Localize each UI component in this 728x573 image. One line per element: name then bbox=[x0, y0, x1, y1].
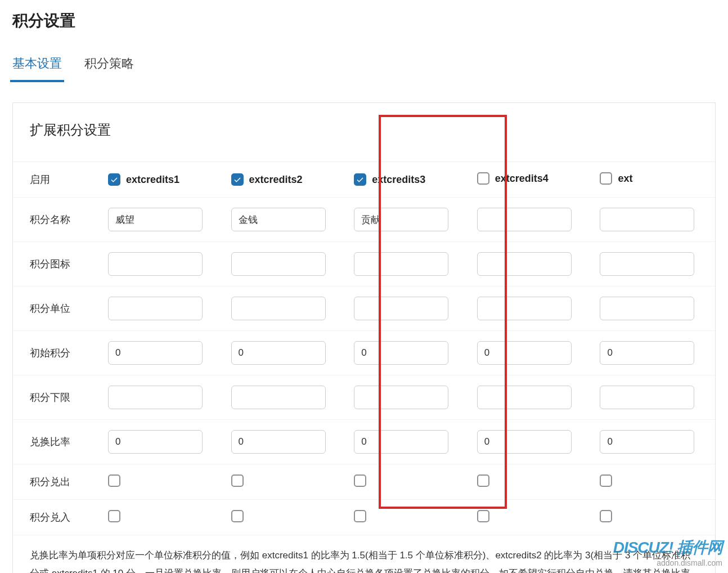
section-title: 扩展积分设置 bbox=[13, 103, 715, 162]
out-checkbox-c4[interactable] bbox=[477, 474, 489, 487]
enable-checkbox-c3[interactable] bbox=[354, 173, 366, 186]
tab-policy[interactable]: 积分策略 bbox=[84, 47, 134, 82]
name-input-c1[interactable] bbox=[108, 208, 203, 231]
settings-panel: 扩展积分设置 启用 extcredits1 extcredits2 bbox=[12, 102, 716, 573]
ratio-input-c4[interactable] bbox=[477, 430, 572, 454]
settings-table: 启用 extcredits1 extcredits2 bbox=[13, 162, 715, 535]
row-label-name: 积分名称 bbox=[13, 198, 100, 242]
column-header-c3: extcredits3 bbox=[372, 174, 425, 186]
lower-input-c1[interactable] bbox=[108, 386, 203, 409]
out-checkbox-c5[interactable] bbox=[600, 474, 612, 487]
row-label-out: 积分兑出 bbox=[13, 464, 100, 500]
page-title: 积分设置 bbox=[12, 10, 716, 32]
footnote-text: 兑换比率为单项积分对应一个单位标准积分的值，例如 extcredits1 的比率… bbox=[13, 535, 715, 573]
column-header-c1: extcredits1 bbox=[126, 174, 179, 186]
column-header-c2: extcredits2 bbox=[249, 174, 303, 186]
name-input-c5[interactable] bbox=[600, 208, 694, 231]
row-label-in: 积分兑入 bbox=[13, 500, 100, 535]
lower-input-c4[interactable] bbox=[477, 386, 572, 409]
unit-input-c3[interactable] bbox=[354, 297, 448, 320]
unit-input-c5[interactable] bbox=[600, 297, 694, 320]
out-checkbox-c1[interactable] bbox=[108, 474, 120, 487]
lower-input-c2[interactable] bbox=[231, 386, 326, 409]
tabs: 基本设置 积分策略 bbox=[12, 47, 716, 82]
initial-input-c4[interactable] bbox=[477, 341, 572, 365]
lower-input-c3[interactable] bbox=[354, 386, 448, 409]
row-label-initial: 初始积分 bbox=[13, 331, 100, 375]
unit-input-c1[interactable] bbox=[108, 297, 203, 320]
unit-input-c2[interactable] bbox=[231, 297, 326, 320]
in-checkbox-c4[interactable] bbox=[477, 510, 489, 522]
icon-input-c3[interactable] bbox=[354, 252, 448, 276]
ratio-input-c1[interactable] bbox=[108, 430, 203, 454]
ratio-input-c2[interactable] bbox=[231, 430, 326, 454]
row-label-ratio: 兑换比率 bbox=[13, 420, 100, 464]
in-checkbox-c1[interactable] bbox=[108, 510, 120, 522]
icon-input-c2[interactable] bbox=[231, 252, 326, 276]
enable-checkbox-c1[interactable] bbox=[108, 173, 120, 186]
column-header-c4: extcredits4 bbox=[495, 173, 549, 185]
initial-input-c3[interactable] bbox=[354, 341, 448, 365]
initial-input-c1[interactable] bbox=[108, 341, 203, 365]
icon-input-c4[interactable] bbox=[477, 252, 572, 276]
column-header-c5: ext bbox=[618, 173, 632, 185]
name-input-c3[interactable] bbox=[354, 208, 448, 231]
icon-input-c5[interactable] bbox=[600, 252, 694, 276]
name-input-c2[interactable] bbox=[231, 208, 326, 231]
initial-input-c2[interactable] bbox=[231, 341, 326, 365]
row-label-enable: 启用 bbox=[13, 162, 100, 198]
row-label-lower: 积分下限 bbox=[13, 375, 100, 420]
out-checkbox-c2[interactable] bbox=[231, 474, 244, 487]
ratio-input-c5[interactable] bbox=[600, 430, 694, 454]
in-checkbox-c3[interactable] bbox=[354, 510, 366, 522]
enable-checkbox-c5[interactable] bbox=[600, 172, 612, 185]
ratio-input-c3[interactable] bbox=[354, 430, 448, 454]
name-input-c4[interactable] bbox=[477, 208, 572, 231]
in-checkbox-c2[interactable] bbox=[231, 510, 244, 522]
unit-input-c4[interactable] bbox=[477, 297, 572, 320]
row-label-unit: 积分单位 bbox=[13, 286, 100, 331]
enable-checkbox-c4[interactable] bbox=[477, 172, 489, 185]
row-label-icon: 积分图标 bbox=[13, 242, 100, 286]
enable-checkbox-c2[interactable] bbox=[231, 173, 244, 186]
initial-input-c5[interactable] bbox=[600, 341, 694, 365]
icon-input-c1[interactable] bbox=[108, 252, 203, 276]
in-checkbox-c5[interactable] bbox=[600, 510, 612, 522]
tab-basic[interactable]: 基本设置 bbox=[12, 47, 62, 82]
lower-input-c5[interactable] bbox=[600, 386, 694, 409]
out-checkbox-c3[interactable] bbox=[354, 474, 366, 487]
